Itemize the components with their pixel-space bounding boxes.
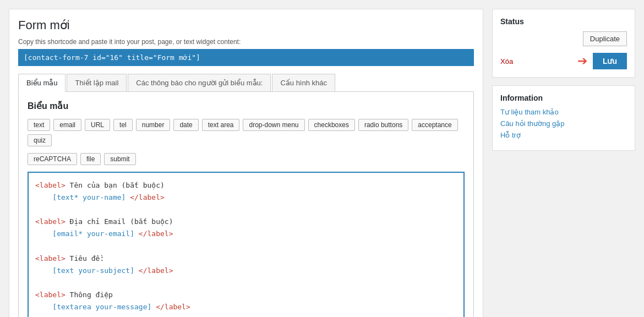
- sidebar-actions: Xóa ➔ Lưu: [500, 53, 627, 69]
- tab-cau-hinh-khac[interactable]: Cấu hình khác: [272, 74, 335, 91]
- info-card: Information Tư liệu tham khảo Câu hỏi th…: [492, 85, 635, 151]
- delete-link[interactable]: Xóa: [500, 57, 513, 65]
- tag-textarea[interactable]: text area: [202, 119, 240, 131]
- tab-thiet-lap-mail[interactable]: Thiết lập mail: [67, 74, 127, 91]
- save-button[interactable]: Lưu: [593, 53, 627, 69]
- tag-date[interactable]: date: [173, 119, 198, 131]
- tag-email[interactable]: email: [53, 119, 81, 131]
- tag-recaptcha[interactable]: reCAPTCHA: [28, 153, 77, 165]
- save-group: ➔ Lưu: [577, 53, 627, 69]
- sidebar: Status Duplicate Xóa ➔ Lưu Information T…: [492, 9, 635, 317]
- tag-url[interactable]: URL: [85, 119, 110, 131]
- shortcode-label: Copy this shortcode and paste it into yo…: [18, 38, 474, 46]
- tag-file[interactable]: file: [80, 153, 101, 165]
- page-title: Form mới: [18, 18, 474, 32]
- tab-bar: Biểu mẫu Thiết lập mail Các thông báo ch…: [18, 74, 474, 92]
- status-title: Status: [500, 17, 627, 26]
- tag-submit[interactable]: submit: [104, 153, 135, 165]
- tag-number[interactable]: number: [136, 119, 171, 131]
- info-link-reference[interactable]: Tư liệu tham khảo: [500, 108, 627, 116]
- tab-content: Biểu mẫu text email URL tel number date …: [18, 92, 474, 317]
- status-card: Status Duplicate Xóa ➔ Lưu: [492, 9, 635, 78]
- tag-radio[interactable]: radio buttons: [358, 119, 408, 131]
- tag-text[interactable]: text: [28, 119, 50, 131]
- tag-acceptance[interactable]: acceptance: [412, 119, 457, 131]
- form-tags-row: text email URL tel number date text area…: [28, 119, 465, 146]
- tag-tel[interactable]: tel: [113, 119, 133, 131]
- info-title: Information: [500, 94, 627, 102]
- duplicate-button[interactable]: Duplicate: [583, 31, 627, 46]
- shortcode-box[interactable]: [contact-form-7 id="16" title="Form mới"…: [18, 49, 474, 66]
- arrow-icon: ➔: [577, 54, 587, 68]
- code-editor[interactable]: <label> Tên của bạn (bắt buộc) [text* yo…: [28, 172, 465, 317]
- tag-quiz[interactable]: quiz: [28, 134, 52, 146]
- info-link-support[interactable]: Hỗ trợ: [500, 131, 627, 139]
- info-link-faq[interactable]: Câu hỏi thường gặp: [500, 119, 627, 128]
- tab-thong-bao[interactable]: Các thông báo cho người gửi biểu mẫu:: [128, 74, 271, 91]
- tab-bieu-mau[interactable]: Biểu mẫu: [18, 74, 66, 92]
- main-panel: Form mới Copy this shortcode and paste i…: [9, 9, 483, 317]
- form-tags-row-2: reCAPTCHA file submit: [28, 153, 465, 165]
- tag-checkboxes[interactable]: checkboxes: [308, 119, 355, 131]
- duplicate-row: Duplicate: [500, 31, 627, 46]
- form-section-title: Biểu mẫu: [28, 101, 465, 111]
- tag-dropdown[interactable]: drop-down menu: [243, 119, 304, 131]
